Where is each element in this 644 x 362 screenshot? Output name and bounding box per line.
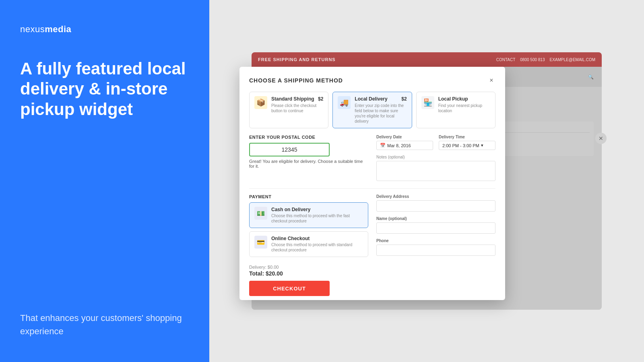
payment-label: PAYMENT: [249, 194, 368, 199]
name-input[interactable]: [376, 222, 495, 234]
cod-icon: 💵: [254, 207, 267, 220]
phone-label: Phone: [376, 239, 495, 243]
standard-shipping-name: Standard Shipping $2: [271, 96, 323, 102]
phone-field: Phone: [376, 239, 495, 256]
shipping-card-standard[interactable]: 📦 Standard Shipping $2 Please click the …: [249, 92, 328, 128]
payment-col: PAYMENT 💵 Cash on Delivery Choose this m…: [249, 194, 368, 261]
postal-section-label: ENTER YOUR POSTAL CODE: [249, 135, 368, 140]
total-amount: Total: $20.00: [249, 270, 495, 277]
standard-shipping-icon: 📦: [254, 96, 267, 109]
local-delivery-info: Local Delivery $2 Enter your zip code in…: [355, 96, 407, 124]
topbar-right: CONTACT 0800 500 813 EXAMPLE@EMAIL.COM: [496, 58, 595, 62]
payment-card-online[interactable]: 💳 Online Checkout Choose this method to …: [249, 231, 368, 257]
nav-search-icon[interactable]: 🔍: [588, 74, 594, 80]
topbar-promo: FREE SHIPPING AND RETURNS: [258, 57, 496, 62]
cod-desc: Choose this method to proceed with the f…: [271, 213, 363, 224]
phone-input[interactable]: [376, 245, 495, 256]
name-field: Name (optional): [376, 216, 495, 234]
online-info: Online Checkout Choose this method to pr…: [271, 236, 363, 253]
delivery-address-input[interactable]: [376, 200, 495, 212]
delivery-address-label: Delivery Address: [376, 194, 495, 199]
delivery-time-field: Delivery Time 2:00 PM - 3:00 PM ▾: [439, 135, 495, 150]
col-right: Delivery Date 📅 Mar 8, 2016 Delivery Tim…: [376, 135, 495, 183]
right-panel: FREE SHIPPING AND RETURNS CONTACT 0800 5…: [209, 0, 644, 362]
local-delivery-desc: Enter your zip code into the field below…: [355, 103, 407, 124]
delivery-cost: Delivery: $0.00: [249, 265, 495, 269]
close-button[interactable]: ×: [487, 76, 495, 84]
modal-title: CHOOSE A SHIPPING METHOD: [249, 77, 343, 84]
modal-header: CHOOSE A SHIPPING METHOD ×: [249, 76, 495, 84]
total-section: Delivery: $0.00 Total: $20.00 CHECKOUT: [249, 265, 495, 296]
local-pickup-desc: Find your nearest pickup location: [438, 103, 490, 113]
notes-textarea[interactable]: [376, 161, 495, 181]
postal-input[interactable]: [249, 143, 330, 156]
local-delivery-icon: 🚚: [338, 96, 351, 109]
delivery-date-label: Delivery Date: [376, 135, 433, 139]
shipping-card-pickup[interactable]: 🏪 Local Pickup Find your nearest pickup …: [416, 92, 495, 128]
topbar-phone: 0800 500 813: [520, 58, 545, 62]
hero-title: A fully featured local delivery & in-sto…: [20, 59, 189, 119]
divider: [249, 188, 495, 189]
notes-label: Notes (optional): [376, 155, 495, 159]
postal-success-msg: Great! You are eligible for delivery. Ch…: [249, 159, 368, 169]
standard-shipping-info: Standard Shipping $2 Please click the ch…: [271, 96, 323, 113]
payment-address-layout: PAYMENT 💵 Cash on Delivery Choose this m…: [249, 194, 495, 261]
browser-close-icon[interactable]: ✕: [595, 133, 607, 144]
two-col-layout: ENTER YOUR POSTAL CODE Great! You are el…: [249, 135, 495, 183]
online-icon: 💳: [254, 236, 267, 249]
logo: nexusmedia: [20, 24, 189, 35]
brand-name: nexusmedia: [20, 24, 71, 35]
delivery-date-field: Delivery Date 📅 Mar 8, 2016: [376, 135, 433, 150]
checkout-button[interactable]: CHECKOUT: [249, 281, 330, 296]
col-left: ENTER YOUR POSTAL CODE Great! You are el…: [249, 135, 368, 183]
calendar-icon: 📅: [380, 143, 386, 148]
cod-name: Cash on Delivery: [271, 207, 363, 212]
hero-subtitle: That enhances your customers' shopping e…: [20, 311, 189, 338]
address-col: Delivery Address Name (optional) Phone: [376, 194, 495, 261]
local-pickup-info: Local Pickup Find your nearest pickup lo…: [438, 96, 490, 113]
delivery-address-field: Delivery Address: [376, 194, 495, 212]
online-name: Online Checkout: [271, 236, 363, 241]
topbar-email: EXAMPLE@EMAIL.COM: [549, 58, 595, 62]
local-delivery-name: Local Delivery $2: [355, 96, 407, 102]
delivery-row: Delivery Date 📅 Mar 8, 2016 Delivery Tim…: [376, 135, 495, 150]
delivery-date-input[interactable]: 📅 Mar 8, 2016: [376, 141, 433, 150]
shipping-modal: CHOOSE A SHIPPING METHOD × 📦 Standard Sh…: [239, 67, 505, 300]
local-pickup-icon: 🏪: [421, 96, 434, 109]
name-label: Name (optional): [376, 216, 495, 221]
delivery-time-label: Delivery Time: [439, 135, 495, 139]
topbar-contact: CONTACT: [496, 58, 516, 62]
chevron-down-icon: ▾: [481, 143, 483, 148]
payment-card-cod[interactable]: 💵 Cash on Delivery Choose this method to…: [249, 202, 368, 228]
delivery-time-select[interactable]: 2:00 PM - 3:00 PM ▾: [439, 141, 495, 150]
shipping-methods: 📦 Standard Shipping $2 Please click the …: [249, 92, 495, 128]
shop-topbar: FREE SHIPPING AND RETURNS CONTACT 0800 5…: [252, 52, 602, 67]
online-desc: Choose this method to proceed with stand…: [271, 242, 363, 253]
left-panel: nexusmedia A fully featured local delive…: [0, 0, 209, 362]
cod-info: Cash on Delivery Choose this method to p…: [271, 207, 363, 224]
standard-shipping-desc: Please click the checkout button to cont…: [271, 103, 323, 113]
shipping-card-local[interactable]: 🚚 Local Delivery $2 Enter your zip code …: [332, 92, 412, 128]
local-pickup-name: Local Pickup: [438, 96, 490, 102]
browser-window: FREE SHIPPING AND RETURNS CONTACT 0800 5…: [252, 52, 602, 310]
